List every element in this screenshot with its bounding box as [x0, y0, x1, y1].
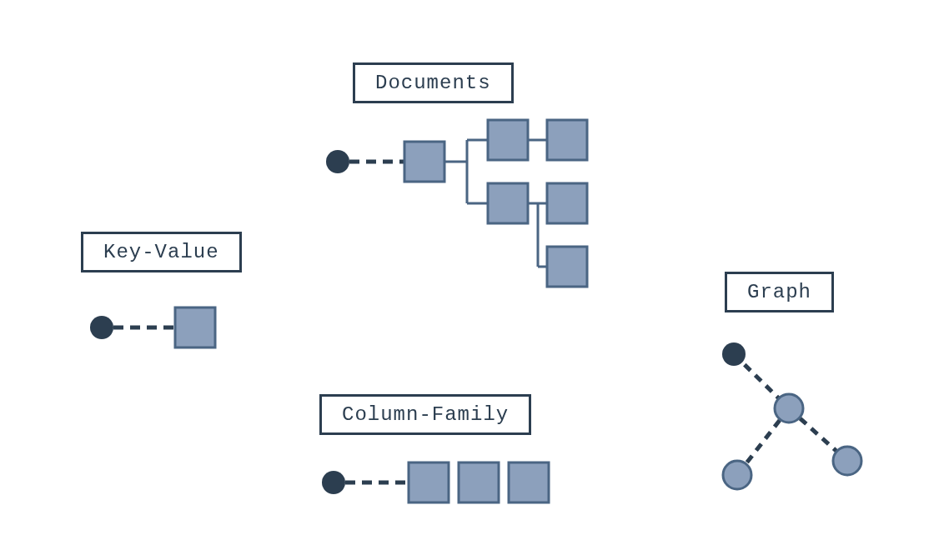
- documents-node-circle: [326, 150, 349, 173]
- graph-node: [723, 461, 751, 489]
- key-value-node-circle: [90, 316, 113, 339]
- column-family-node-circle: [322, 471, 345, 494]
- column-family-square: [509, 462, 549, 502]
- documents-diagram: [326, 120, 587, 287]
- graph-root-node: [722, 342, 746, 366]
- key-value-diagram: [90, 308, 215, 348]
- diagram-svg: [0, 0, 934, 560]
- documents-child-square: [547, 247, 587, 287]
- graph-node: [833, 447, 861, 475]
- graph-node: [775, 394, 803, 422]
- column-family-square: [459, 462, 499, 502]
- column-family-diagram: [322, 462, 549, 502]
- documents-child-square: [488, 183, 528, 223]
- documents-child-square: [547, 120, 587, 160]
- documents-child-square: [547, 183, 587, 223]
- documents-root-square: [404, 142, 444, 182]
- column-family-square: [409, 462, 449, 502]
- key-value-square: [175, 308, 215, 348]
- graph-diagram: [722, 342, 861, 489]
- documents-child-square: [488, 120, 528, 160]
